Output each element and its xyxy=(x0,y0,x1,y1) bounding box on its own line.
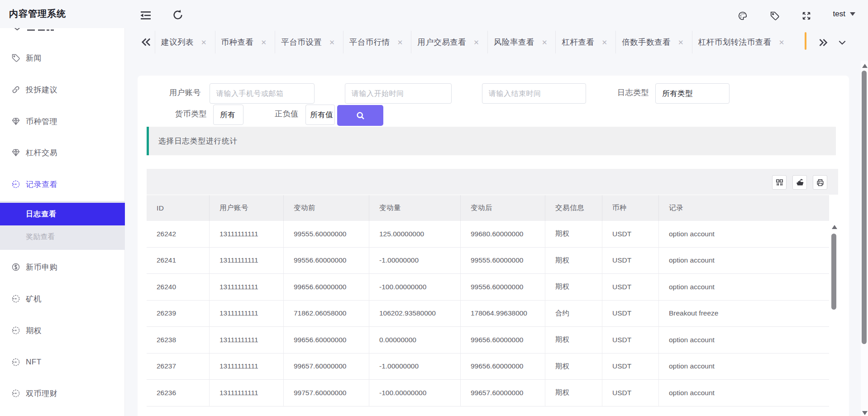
page-scroll-down-icon[interactable] xyxy=(862,411,868,415)
tags-view-bar: 建议列表✕币种查看✕平台币设置✕平台币行情✕用户交易查看✕风险率查看✕杠杆查看✕… xyxy=(125,28,868,56)
table-scrollbar-thumb[interactable] xyxy=(831,234,836,310)
tabs-scroll-left-icon[interactable] xyxy=(140,36,152,48)
search-button[interactable] xyxy=(337,105,383,126)
tab-1[interactable]: 建议列表✕ xyxy=(155,31,215,53)
column-header-3: 变动前 xyxy=(284,195,369,221)
tab-close-icon[interactable]: ✕ xyxy=(473,39,479,46)
cell: 13111111111 xyxy=(210,301,284,327)
sidebar-item-3[interactable]: 币种管理 xyxy=(0,112,125,130)
log-type-select[interactable]: 所有类型 xyxy=(655,83,730,104)
sidebar-item-2[interactable]: 投拆建议 xyxy=(0,81,125,99)
fullscreen-icon[interactable] xyxy=(801,11,811,21)
gem-icon xyxy=(11,148,20,157)
cell: 125.00000000 xyxy=(369,221,461,247)
sidebar-item-6[interactable]: 新币申购 xyxy=(0,258,125,276)
page-scrollbar[interactable] xyxy=(861,61,868,416)
dollar-circle-icon xyxy=(11,263,20,272)
cell: -100.00000000 xyxy=(369,380,461,406)
tab-5[interactable]: 用户交易查看✕ xyxy=(411,31,487,53)
refresh-icon[interactable] xyxy=(172,9,185,22)
tag-icon[interactable] xyxy=(770,11,780,21)
app-title: 内容管理系统 xyxy=(9,0,66,28)
data-table: ID用户账号变动前变动量变动后交易信息币种记录 2624213111111111… xyxy=(147,195,829,416)
table-row-4[interactable]: 262391311111111171862.06058000106202.935… xyxy=(147,301,829,327)
cell: 99555.60000000 xyxy=(284,221,369,247)
sidebar-item-8[interactable]: 期权 xyxy=(0,321,125,339)
sidebar-item-label: 期权 xyxy=(26,325,42,336)
end-time-input[interactable] xyxy=(482,83,586,104)
column-settings-button[interactable] xyxy=(772,175,787,190)
table-row-2[interactable]: 262411311111111199556.60000000-1.0000000… xyxy=(147,248,829,274)
cell: 13111111111 xyxy=(210,274,284,300)
tab-2[interactable]: 币种查看✕ xyxy=(215,31,275,53)
tag-icon xyxy=(11,53,20,62)
sidebar-subitem-1[interactable]: 日志查看 xyxy=(0,203,125,225)
cell: 99680.60000000 xyxy=(461,221,545,247)
page-scrollbar-thumb[interactable] xyxy=(862,71,867,344)
table-row-3[interactable]: 262401311111111199656.60000000-100.00000… xyxy=(147,274,829,301)
cell: 0.00000000 xyxy=(369,327,461,353)
sidebar-subitem-2[interactable]: 奖励查看 xyxy=(0,225,125,248)
column-header-1: ID xyxy=(147,195,210,221)
table-row-6[interactable]: 262371311111111199657.60000000-1.0000000… xyxy=(147,354,829,380)
sidebar-item-1[interactable]: 新闻 xyxy=(0,49,125,67)
dial-icon xyxy=(11,358,20,367)
cell: 13111111111 xyxy=(210,248,284,274)
cell: 99657.60000000 xyxy=(461,380,545,406)
tab-close-icon[interactable]: ✕ xyxy=(601,39,607,46)
print-button[interactable] xyxy=(813,175,827,190)
table-row-1[interactable]: 262421311111111199555.60000000125.000000… xyxy=(147,221,829,248)
tab-label: 用户交易查看 xyxy=(417,37,466,48)
tab-3[interactable]: 平台币设置✕ xyxy=(275,31,343,53)
tab-close-icon[interactable]: ✕ xyxy=(201,39,207,46)
table-toolbar xyxy=(147,169,838,195)
sidebar-item-clipped[interactable] xyxy=(0,28,125,31)
tab-close-icon[interactable]: ✕ xyxy=(329,39,335,46)
sign-select[interactable]: 所有值 xyxy=(305,105,335,125)
sidebar-item-4[interactable]: 杠杆交易 xyxy=(0,143,125,162)
tab-close-icon[interactable]: ✕ xyxy=(261,39,267,46)
tab-close-icon[interactable]: ✕ xyxy=(678,39,684,46)
cell: 26237 xyxy=(147,354,210,380)
start-time-input[interactable] xyxy=(345,83,452,104)
tab-9[interactable]: 杠杆币划转法币查看✕ xyxy=(692,31,793,53)
page-scroll-up-icon[interactable] xyxy=(862,64,868,68)
sidebar-item-9[interactable]: NFT xyxy=(0,353,125,371)
table-row-7[interactable]: 262361311111111199757.60000000-100.00000… xyxy=(147,380,829,406)
user-menu[interactable]: test xyxy=(833,0,855,28)
tab-close-icon[interactable]: ✕ xyxy=(779,39,785,46)
tab-label: 平台币行情 xyxy=(349,37,390,48)
cell: 99656.60000000 xyxy=(284,274,369,300)
table-scrollbar[interactable] xyxy=(831,222,838,416)
sidebar-item-7[interactable]: 矿机 xyxy=(0,290,125,308)
currency-select[interactable]: 所有 xyxy=(213,105,243,125)
tab-label: 倍数手数查看 xyxy=(622,37,671,48)
theme-palette-icon[interactable] xyxy=(738,11,748,21)
tab-8[interactable]: 倍数手数查看✕ xyxy=(615,31,692,53)
link-icon xyxy=(11,85,20,94)
column-header-8: 记录 xyxy=(659,195,829,221)
log-type-label: 日志类型 xyxy=(617,87,649,98)
account-input[interactable] xyxy=(210,83,315,104)
sidebar-item-5[interactable]: 记录查看 xyxy=(0,175,125,193)
tab-4[interactable]: 平台币行情✕ xyxy=(343,31,411,53)
table-scroll-up-icon[interactable] xyxy=(832,225,837,229)
sidebar-item-label: 新闻 xyxy=(26,53,42,63)
currency-value: 所有 xyxy=(220,110,235,120)
sidebar-item-10[interactable]: 双币理财 xyxy=(0,384,125,402)
tabs-scroll-right-icon[interactable] xyxy=(818,37,829,47)
user-name: test xyxy=(833,10,845,19)
tab-drag-indicator xyxy=(805,32,806,50)
tab-7[interactable]: 杠杆查看✕ xyxy=(555,31,615,53)
tab-6[interactable]: 风险率查看✕ xyxy=(487,31,556,53)
tabs-expand-icon[interactable] xyxy=(837,38,847,46)
cell: 26238 xyxy=(147,327,210,353)
sidebar-collapse-icon[interactable] xyxy=(139,9,152,22)
cell: USDT xyxy=(602,301,659,327)
tab-close-icon[interactable]: ✕ xyxy=(542,39,548,46)
tab-close-icon[interactable]: ✕ xyxy=(397,39,403,46)
export-button[interactable] xyxy=(792,175,807,190)
dial-icon xyxy=(11,326,20,335)
column-header-5: 变动后 xyxy=(461,195,545,221)
table-row-5[interactable]: 262381311111111199656.600000000.00000000… xyxy=(147,327,829,354)
